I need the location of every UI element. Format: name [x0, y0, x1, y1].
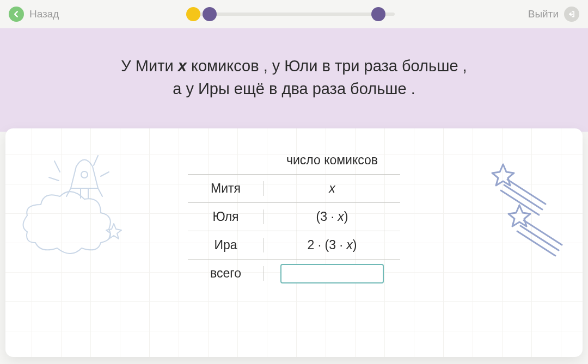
total-label: всего	[188, 266, 264, 281]
top-bar: Назад Выйти	[0, 0, 588, 28]
row-name: Ира	[188, 238, 264, 252]
rocket-cloud-illustration-icon	[16, 150, 136, 259]
answer-input[interactable]	[280, 264, 384, 283]
row-value: x	[264, 181, 400, 196]
prompt-line1a: У Мити	[121, 57, 177, 75]
table-row: Митя x	[188, 174, 400, 202]
exit-label: Выйти	[528, 8, 559, 20]
progress-track	[193, 13, 395, 16]
data-table: число комиксов Митя x Юля (3 · x) Ира 2 …	[188, 146, 400, 287]
back-label: Назад	[29, 8, 59, 20]
total-value-cell	[264, 264, 400, 283]
prompt-panel: У Мити х комиксов , у Юли в три раза бол…	[0, 28, 588, 132]
row-name: Митя	[188, 181, 264, 196]
table-header-row: число комиксов	[188, 146, 400, 174]
svg-point-0	[81, 171, 88, 178]
progress-dot-upcoming-icon	[371, 7, 385, 21]
progress-dot-current-icon	[203, 7, 217, 21]
worksheet-card: число комиксов Митя x Юля (3 · x) Ира 2 …	[5, 128, 583, 357]
shooting-stars-illustration-icon	[489, 161, 576, 270]
prompt-text: У Мити х комиксов , у Юли в три раза бол…	[16, 54, 572, 100]
back-button[interactable]: Назад	[9, 7, 59, 22]
row-name: Юля	[188, 209, 264, 224]
row-value: (3 · x)	[264, 209, 400, 224]
table-row: Юля (3 · x)	[188, 202, 400, 231]
row-value: 2 · (3 · x)	[264, 238, 400, 252]
exit-icon	[564, 7, 579, 22]
chevron-left-icon	[9, 7, 24, 22]
progress-dot-done-icon	[186, 7, 200, 21]
exit-button[interactable]: Выйти	[528, 7, 579, 22]
table-row: Ира 2 · (3 · x)	[188, 231, 400, 259]
prompt-line2: а у Иры ещё в два раза больше .	[173, 80, 415, 97]
table-total-row: всего	[188, 259, 400, 287]
prompt-line1b: комиксов , у Юли в три раза больше ,	[187, 57, 467, 75]
prompt-variable: х	[178, 57, 187, 75]
progress-bar	[193, 13, 395, 16]
table-header-value: число комиксов	[264, 153, 400, 168]
